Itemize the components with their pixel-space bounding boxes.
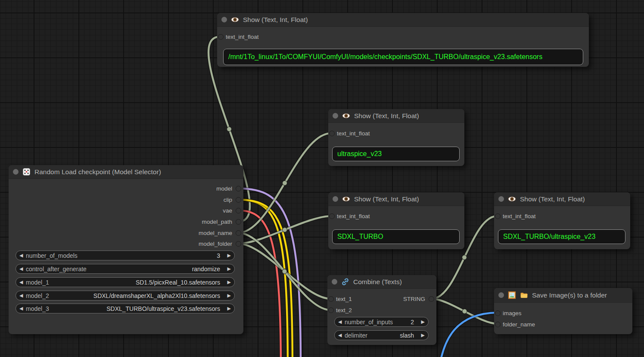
input-dot[interactable] <box>218 34 223 39</box>
decrement-arrow-icon[interactable] <box>19 293 26 298</box>
output-slot-string[interactable]: STRING <box>403 294 436 304</box>
input-slot-text-int-float[interactable]: text_int_float <box>328 128 370 138</box>
widget-value: SD1.5/picxReal_10.safetensors <box>132 279 224 286</box>
dice-icon <box>22 168 31 176</box>
input-dot[interactable] <box>495 322 500 327</box>
widget-number-of-inputs[interactable]: number_of_inputs 2 <box>334 317 429 327</box>
collapse-dot[interactable] <box>498 292 504 298</box>
output-dot[interactable] <box>236 186 241 191</box>
node-save-images-to-folder[interactable]: Save Image(s) to a folder images folder_… <box>494 288 632 334</box>
widget-label: model_3 <box>26 305 49 312</box>
input-slot-text-2[interactable]: text_2 <box>327 305 352 315</box>
show-text-value: SDXL_TURBO/ultraspice_v23 <box>498 229 625 244</box>
node-header[interactable]: Show (Text, Int, Float) <box>328 192 464 206</box>
increment-arrow-icon[interactable] <box>224 306 231 311</box>
widget-value: SDXL/dreamshaperXL_alpha2Xl10.safetensor… <box>90 292 224 299</box>
output-dot[interactable] <box>429 297 434 301</box>
node-combine-texts[interactable]: Combine (Texts) text_1 text_2 STRING num… <box>327 275 436 345</box>
widget-model-2[interactable]: model_2 SDXL/dreamshaperXL_alpha2Xl10.sa… <box>16 291 235 301</box>
node-show-model-path[interactable]: Show (Text, Int, Float) text_int_float /… <box>217 13 589 67</box>
output-slot-vae[interactable]: vae <box>223 206 243 215</box>
widget-label: delimiter <box>345 332 367 339</box>
input-label: folder_name <box>503 321 535 328</box>
collapse-dot[interactable] <box>332 279 337 285</box>
collapse-dot[interactable] <box>221 17 227 22</box>
node-show-model-name[interactable]: Show (Text, Int, Float) text_int_float u… <box>328 109 464 166</box>
output-slot-model-path[interactable]: model_path <box>202 217 243 226</box>
node-header[interactable]: Show (Text, Int, Float) <box>328 109 464 123</box>
increment-arrow-icon[interactable] <box>224 253 231 258</box>
decrement-arrow-icon[interactable] <box>19 280 26 285</box>
output-dot[interactable] <box>236 231 241 235</box>
collapse-dot[interactable] <box>13 169 19 175</box>
decrement-arrow-icon[interactable] <box>338 319 345 324</box>
collapse-dot[interactable] <box>333 196 338 202</box>
input-slot-text-int-float[interactable]: text_int_float <box>328 211 370 221</box>
node-show-combined-path[interactable]: Show (Text, Int, Float) text_int_float S… <box>494 192 630 249</box>
collapse-dot[interactable] <box>333 113 338 119</box>
node-header[interactable]: Save Image(s) to a folder <box>494 288 632 303</box>
node-title: Save Image(s) to a folder <box>532 291 607 299</box>
framed-picture-icon <box>508 291 516 299</box>
output-label: model <box>216 185 232 192</box>
increment-arrow-icon[interactable] <box>224 280 231 285</box>
input-label: text_1 <box>336 296 352 302</box>
output-label: STRING <box>403 296 425 302</box>
input-slot-images[interactable]: images <box>494 308 522 318</box>
widget-label: control_after_generate <box>26 266 87 272</box>
input-dot[interactable] <box>330 131 334 136</box>
output-label: model_name <box>199 230 232 236</box>
input-dot[interactable] <box>329 308 333 313</box>
input-dot[interactable] <box>495 311 500 316</box>
output-dot[interactable] <box>236 208 241 213</box>
widget-model-3[interactable]: model_3 SDXL_TURBO/ultraspice_v23.safete… <box>16 304 235 313</box>
widget-model-1[interactable]: model_1 SD1.5/picxReal_10.safetensors <box>16 277 235 287</box>
widget-delimiter[interactable]: delimiter slash <box>334 330 429 340</box>
widget-control-after-generate[interactable]: control_after_generate randomize <box>16 264 235 274</box>
decrement-arrow-icon[interactable] <box>19 253 26 258</box>
widget-value: slash <box>396 332 418 339</box>
node-show-model-folder[interactable]: Show (Text, Int, Float) text_int_float S… <box>328 192 464 249</box>
input-slot-text-1[interactable]: text_1 <box>327 294 352 304</box>
node-header[interactable]: Combine (Texts) <box>327 275 436 289</box>
input-label: images <box>503 310 522 316</box>
input-slot-folder-name[interactable]: folder_name <box>494 319 535 329</box>
eye-icon <box>342 112 350 120</box>
show-text-value: SDXL_TURBO <box>332 229 460 244</box>
collapse-dot[interactable] <box>498 196 504 202</box>
node-title: Random Load checkpoint (Model Selector) <box>34 168 161 176</box>
increment-arrow-icon[interactable] <box>418 333 425 338</box>
output-slot-model[interactable]: model <box>216 184 243 193</box>
increment-arrow-icon[interactable] <box>224 293 231 298</box>
output-dot[interactable] <box>236 197 241 202</box>
widget-value: 2 <box>407 319 418 326</box>
node-random-load-checkpoint[interactable]: Random Load checkpoint (Model Selector) … <box>9 165 243 334</box>
node-title: Show (Text, Int, Float) <box>243 16 308 24</box>
output-slot-model-name[interactable]: model_name <box>199 228 243 238</box>
input-dot[interactable] <box>329 297 333 301</box>
increment-arrow-icon[interactable] <box>418 319 425 324</box>
input-slot-text-int-float[interactable]: text_int_float <box>494 211 536 221</box>
node-header[interactable]: Show (Text, Int, Float) <box>494 192 630 206</box>
output-slot-model-folder[interactable]: model_folder <box>199 239 243 248</box>
output-slot-clip[interactable]: clip <box>224 195 243 204</box>
input-dot[interactable] <box>330 214 334 219</box>
node-header[interactable]: Random Load checkpoint (Model Selector) <box>9 165 243 179</box>
increment-arrow-icon[interactable] <box>224 266 231 271</box>
output-dot[interactable] <box>236 241 241 246</box>
decrement-arrow-icon[interactable] <box>19 306 26 311</box>
decrement-arrow-icon[interactable] <box>19 266 26 271</box>
eye-icon <box>231 16 239 24</box>
input-label: text_int_float <box>337 213 370 219</box>
decrement-arrow-icon[interactable] <box>338 333 345 338</box>
node-header[interactable]: Show (Text, Int, Float) <box>217 13 589 27</box>
graph-canvas[interactable]: Show (Text, Int, Float) text_int_float /… <box>0 0 644 357</box>
node-title: Show (Text, Int, Float) <box>520 195 585 203</box>
input-dot[interactable] <box>495 214 500 219</box>
eye-icon <box>342 195 350 203</box>
widget-number-of-models[interactable]: number_of_models 3 <box>16 251 235 260</box>
input-label: text_int_float <box>337 130 370 137</box>
show-text-value: /mnt/1To_linux/1To/COMFYUI/ComfyUI/model… <box>223 49 583 65</box>
output-dot[interactable] <box>236 219 241 224</box>
input-slot-text-int-float[interactable]: text_int_float <box>217 32 259 41</box>
